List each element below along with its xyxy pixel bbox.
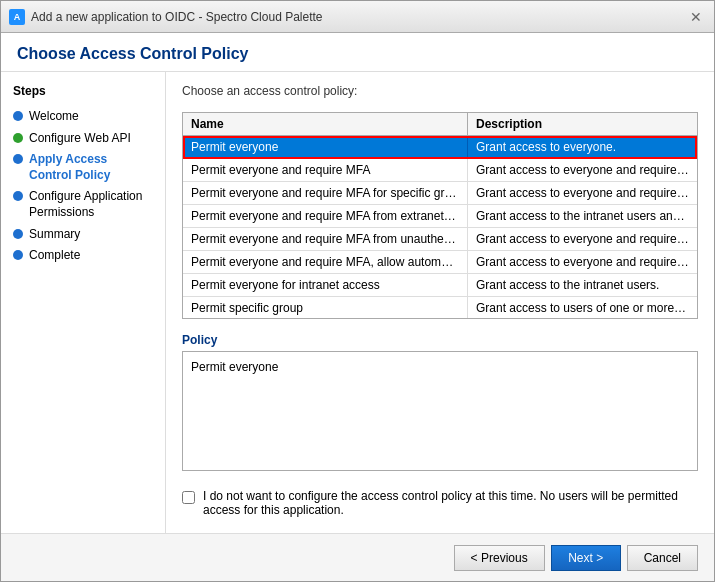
table-header: Name Description <box>183 113 697 136</box>
sidebar-item-configure-web-api[interactable]: Configure Web API <box>1 128 165 150</box>
table-row[interactable]: Permit everyone and require MFA from una… <box>183 228 697 251</box>
app-icon: A <box>9 9 25 25</box>
policy-box: Permit everyone <box>182 351 698 471</box>
table-cell-description: Grant access to everyone and require MFA… <box>468 228 697 250</box>
main-window: A Add a new application to OIDC - Spectr… <box>0 0 715 582</box>
sidebar-dot-apply-access-control <box>13 154 23 164</box>
title-bar-text: Add a new application to OIDC - Spectro … <box>31 10 323 24</box>
sidebar-item-label-configure-application: Configure Application Permissions <box>29 189 153 220</box>
table-cell-description: Grant access to everyone. <box>468 136 697 158</box>
sidebar-dot-configure-web-api <box>13 133 23 143</box>
main-panel: Choose an access control policy: Name De… <box>166 72 714 533</box>
table-cell-description: Grant access to everyone and require MFA… <box>468 182 697 204</box>
col-header-description: Description <box>468 113 697 135</box>
cancel-button[interactable]: Cancel <box>627 545 698 571</box>
table-row[interactable]: Permit everyone and require MFA for spec… <box>183 182 697 205</box>
table-cell-description: Grant access to everyone and require MFA… <box>468 251 697 273</box>
sidebar-item-configure-application[interactable]: Configure Application Permissions <box>1 186 165 223</box>
no-policy-checkbox[interactable] <box>182 491 195 504</box>
col-header-name: Name <box>183 113 468 135</box>
sidebar-item-label-summary: Summary <box>29 227 80 243</box>
table-row[interactable]: Permit everyoneGrant access to everyone. <box>183 136 697 159</box>
sidebar-item-label-apply-access-control: Apply Access Control Policy <box>29 152 153 183</box>
sidebar: Steps WelcomeConfigure Web APIApply Acce… <box>1 72 166 533</box>
table-cell-description: Grant access to everyone and require MFA… <box>468 159 697 181</box>
page-title: Choose Access Control Policy <box>1 33 714 72</box>
table-cell-name: Permit everyone and require MFA <box>183 159 468 181</box>
table-row[interactable]: Permit everyone and require MFA, allow a… <box>183 251 697 274</box>
sidebar-item-label-welcome: Welcome <box>29 109 79 125</box>
next-button[interactable]: Next > <box>551 545 621 571</box>
table-cell-name: Permit specific group <box>183 297 468 319</box>
table-row[interactable]: Permit everyone and require MFA from ext… <box>183 205 697 228</box>
sidebar-dot-summary <box>13 229 23 239</box>
section-label: Choose an access control policy: <box>182 84 698 98</box>
no-policy-label: I do not want to configure the access co… <box>203 489 698 517</box>
previous-button[interactable]: < Previous <box>454 545 545 571</box>
table-cell-name: Permit everyone and require MFA, allow a… <box>183 251 468 273</box>
sidebar-heading: Steps <box>1 84 165 106</box>
policy-table: Name Description Permit everyoneGrant ac… <box>182 112 698 319</box>
table-cell-name: Permit everyone and require MFA for spec… <box>183 182 468 204</box>
sidebar-item-label-configure-web-api: Configure Web API <box>29 131 131 147</box>
table-cell-description: Grant access to users of one or more spe… <box>468 297 697 319</box>
table-cell-name: Permit everyone for intranet access <box>183 274 468 296</box>
table-cell-name: Permit everyone and require MFA from ext… <box>183 205 468 227</box>
table-cell-name: Permit everyone and require MFA from una… <box>183 228 468 250</box>
sidebar-item-apply-access-control[interactable]: Apply Access Control Policy <box>1 149 165 186</box>
table-cell-description: Grant access to the intranet users. <box>468 274 697 296</box>
content-area: Steps WelcomeConfigure Web APIApply Acce… <box>1 72 714 533</box>
no-policy-checkbox-row: I do not want to configure the access co… <box>182 481 698 521</box>
title-bar-left: A Add a new application to OIDC - Spectr… <box>9 9 323 25</box>
table-row[interactable]: Permit everyone and require MFAGrant acc… <box>183 159 697 182</box>
table-cell-name: Permit everyone <box>183 136 468 158</box>
policy-text: Permit everyone <box>191 360 278 374</box>
sidebar-item-summary[interactable]: Summary <box>1 224 165 246</box>
sidebar-item-label-complete: Complete <box>29 248 80 264</box>
sidebar-item-complete[interactable]: Complete <box>1 245 165 267</box>
table-row[interactable]: Permit everyone for intranet accessGrant… <box>183 274 697 297</box>
sidebar-dot-complete <box>13 250 23 260</box>
sidebar-dot-configure-application <box>13 191 23 201</box>
sidebar-dot-welcome <box>13 111 23 121</box>
sidebar-item-welcome[interactable]: Welcome <box>1 106 165 128</box>
close-button[interactable]: ✕ <box>686 7 706 27</box>
footer: < Previous Next > Cancel <box>1 533 714 581</box>
table-row[interactable]: Permit specific groupGrant access to use… <box>183 297 697 319</box>
title-bar: A Add a new application to OIDC - Spectr… <box>1 1 714 33</box>
table-cell-description: Grant access to the intranet users and r… <box>468 205 697 227</box>
policy-section-label: Policy <box>182 333 698 347</box>
